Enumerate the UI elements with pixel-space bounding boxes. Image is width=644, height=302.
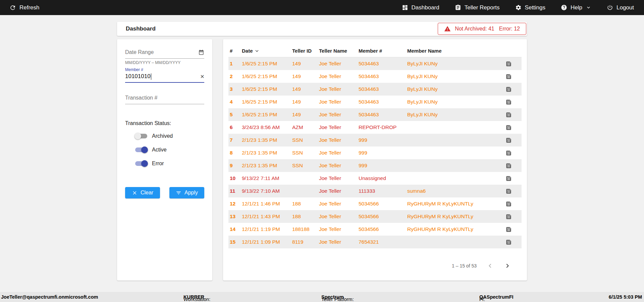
nav-settings-label: Settings [525,4,545,11]
previous-page-icon[interactable] [486,262,494,270]
cell-teller-name: Joe Teller [319,188,359,194]
nav-dashboard-label: Dashboard [412,4,439,11]
topbar: Refresh Dashboard Teller Reports Setting… [0,0,644,15]
cell-row-number: 8 [228,150,242,156]
cell-teller-id: 188 [292,214,319,220]
cell-date: 1/6/25 2:15 PM [242,86,292,92]
table-row[interactable]: 8 2/1/23 1:35 PM SSN Joe Teller 999 [228,146,522,159]
cell-member-name: ByLyJI KUNy [407,86,498,92]
filter-panel: Date Range MM/DD/YYYY – MM/DD/YYYY Membe… [117,39,212,281]
cell-member-number: 5034463 [359,99,407,105]
reports-icon [455,4,461,11]
nav-dashboard[interactable]: Dashboard [402,4,439,11]
clear-member-icon[interactable]: × [200,73,204,80]
cell-teller-name: Joe Teller [319,214,359,220]
cell-member-number: 5034463 [359,61,407,67]
memo-icon[interactable] [505,124,512,131]
table-row[interactable]: 9 2/1/23 1:35 PM SSN Joe Teller 999 [228,159,522,172]
memo-icon[interactable] [505,99,512,105]
cell-member-number: 111333 [359,188,407,194]
memo-icon[interactable] [505,175,512,182]
next-page-icon[interactable] [503,262,512,270]
warning-icon [444,25,451,32]
memo-icon[interactable] [505,239,512,245]
nav-settings[interactable]: Settings [515,4,545,11]
status-toggle[interactable] [135,161,147,166]
memo-icon[interactable] [505,201,512,207]
memo-icon[interactable] [505,226,512,233]
refresh-icon [9,4,16,11]
cell-teller-id: SSN [292,163,319,169]
memo-icon[interactable] [505,112,512,118]
cell-memo [498,112,522,118]
status-toggle[interactable] [135,147,147,152]
cell-date: 12/1/21 1:19 PM [242,226,292,232]
help-icon [561,4,567,11]
refresh-button[interactable]: Refresh [9,4,40,11]
member-input[interactable]: 10101010 × [125,73,204,83]
cell-date: 9/13/22 7:11 AM [242,175,292,181]
table-row[interactable]: 15 12/1/21 1:09 PM 8119 Joe Teller 76543… [228,236,522,248]
cell-memo [498,99,522,105]
cell-date: 12/1/21 1:46 PM [242,201,292,207]
date-range-placeholder: Date Range [125,49,154,55]
date-range-input[interactable]: Date Range [125,49,204,59]
table-row[interactable]: 4 1/6/25 2:15 PM 149 Joe Teller 5034463 … [228,96,522,108]
memo-icon[interactable] [505,61,512,67]
column-header-member-number: Member # [359,48,407,54]
table-row[interactable]: 6 3/24/23 8:56 AM AZM Joe Teller REPORT-… [228,121,522,134]
column-header-teller-name: Teller Name [319,48,359,54]
column-header-number: # [228,48,242,54]
table-row[interactable]: 5 1/6/25 2:15 PM 149 Joe Teller 5034463 … [228,108,522,121]
table-row[interactable]: 13 12/1/21 1:43 PM 188 Joe Teller 503456… [228,210,522,223]
nav-help-label: Help [571,4,582,11]
status-toggle[interactable] [135,134,147,138]
nav-teller-reports[interactable]: Teller Reports [455,4,500,11]
table-row[interactable]: 14 12/1/21 1:19 PM 188188 Joe Teller 503… [228,223,522,236]
cell-date: 12/1/21 1:09 PM [242,239,292,245]
calendar-icon[interactable] [198,49,204,55]
nav-help[interactable]: Help [561,4,591,11]
cell-member-name: RyGHURyM R KyLyKUNTLy [407,226,498,232]
cell-teller-name: Joe Teller [319,99,359,105]
table-row[interactable]: 2 1/6/25 2:15 PM 149 Joe Teller 5034463 … [228,70,522,83]
clear-button[interactable]: Clear [125,187,160,198]
memo-icon[interactable] [505,163,512,169]
memo-icon[interactable] [505,188,512,194]
cell-row-number: 5 [228,112,242,118]
memo-icon[interactable] [505,73,512,80]
table-row[interactable]: 1 1/6/25 2:15 PM 149 Joe Teller 5034463 … [228,57,522,70]
memo-icon[interactable] [505,150,512,156]
table-row[interactable]: 7 2/1/23 1:35 PM SSN Joe Teller 999 [228,134,522,146]
table-body: 1 1/6/25 2:15 PM 149 Joe Teller 5034463 … [228,57,522,248]
cell-memo [498,214,522,220]
cell-memo [498,73,522,80]
table-row[interactable]: 10 9/13/22 7:11 AM Joe Teller Unassigned [228,172,522,185]
apply-button[interactable]: Apply [169,187,204,198]
cell-teller-id: 188 [292,201,319,207]
toggle-thumb [135,133,141,139]
transaction-input[interactable]: Transaction # [125,95,204,104]
cell-row-number: 4 [228,99,242,105]
table-row[interactable]: 12 12/1/21 1:46 PM 188 Joe Teller 503456… [228,197,522,210]
cell-teller-id: 149 [292,112,319,118]
cell-teller-name: Joe Teller [319,73,359,79]
cell-date: 3/24/23 8:56 AM [242,124,292,130]
cell-teller-name: Joe Teller [319,201,359,207]
memo-icon[interactable] [505,137,512,143]
cell-member-number: 5034566 [359,201,407,207]
member-input-value: 10101010 [125,73,151,79]
cell-row-number: 10 [228,175,242,181]
memo-icon[interactable] [505,86,512,93]
cell-teller-id: AZM [292,124,319,130]
table-row[interactable]: 11 9/13/22 7:10 AM Joe Teller 111333 sum… [228,185,522,197]
column-header-date[interactable]: Date [242,48,292,54]
close-icon [132,190,138,196]
cell-member-number: 999 [359,137,407,143]
cell-teller-id: 188188 [292,226,319,232]
nav-logout[interactable]: Logout [607,4,634,11]
memo-icon[interactable] [505,214,512,220]
cell-teller-name: Joe Teller [319,112,359,118]
table-row[interactable]: 3 1/6/25 2:15 PM 149 Joe Teller 5034463 … [228,83,522,96]
cell-memo [498,61,522,67]
